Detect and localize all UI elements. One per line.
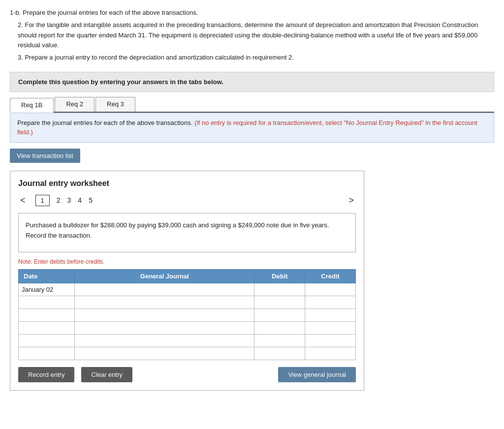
date-cell-4 — [19, 334, 75, 347]
nav-page-5[interactable]: 5 — [89, 196, 93, 204]
nav-row: < 1 2 3 4 5 > — [18, 195, 356, 206]
gj-cell-4[interactable] — [75, 334, 254, 347]
credit-input-5[interactable] — [308, 350, 352, 357]
col-header-gj: General Journal — [75, 269, 254, 283]
tabs-container: Req 1B Req 2 Req 3 — [10, 97, 494, 113]
transaction-desc: Purchased a bulldozer for $288,000 by pa… — [18, 213, 356, 252]
table-row — [19, 296, 356, 308]
journal-worksheet: Journal entry worksheet < 1 2 3 4 5 > Pu… — [10, 171, 364, 391]
gj-cell-1[interactable] — [75, 296, 254, 308]
credit-cell-5[interactable] — [305, 347, 356, 360]
nav-page-2[interactable]: 2 — [57, 196, 61, 204]
table-row — [19, 347, 356, 360]
debit-cell-1[interactable] — [254, 296, 305, 308]
credit-cell-0[interactable] — [305, 283, 356, 296]
date-cell-3 — [19, 321, 75, 334]
prev-button[interactable]: < — [18, 195, 28, 206]
table-row: January 02 — [19, 283, 356, 296]
gj-cell-5[interactable] — [75, 347, 254, 360]
nav-page-3[interactable]: 3 — [67, 196, 71, 204]
tab-req1b[interactable]: Req 1B — [10, 98, 54, 113]
debit-cell-3[interactable] — [254, 321, 305, 334]
debit-cell-4[interactable] — [254, 334, 305, 347]
credit-input-0[interactable] — [308, 286, 352, 293]
worksheet-title: Journal entry worksheet — [18, 179, 356, 188]
nav-pages: 1 2 3 4 5 — [35, 195, 93, 206]
gj-cell-2[interactable] — [75, 308, 254, 321]
credit-input-1[interactable] — [308, 299, 352, 306]
credit-cell-2[interactable] — [305, 308, 356, 321]
debit-input-4[interactable] — [257, 337, 302, 344]
date-cell-0: January 02 — [19, 283, 75, 296]
instruction-main: Prepare the journal entries for each of … — [17, 119, 192, 126]
debit-input-0[interactable] — [257, 286, 302, 293]
date-cell-1 — [19, 296, 75, 308]
table-row — [19, 334, 356, 347]
debit-cell-0[interactable] — [254, 283, 305, 296]
gj-input-1[interactable] — [78, 299, 251, 306]
credit-input-2[interactable] — [308, 311, 352, 319]
credit-cell-4[interactable] — [305, 334, 356, 347]
gj-input-3[interactable] — [78, 324, 251, 332]
debit-cell-2[interactable] — [254, 308, 305, 321]
table-row — [19, 308, 356, 321]
instruction-line2: 2. For the tangible and intangible asset… — [10, 20, 494, 51]
note-text: Note: Enter debits before credits. — [18, 258, 356, 265]
gj-cell-3[interactable] — [75, 321, 254, 334]
debit-input-5[interactable] — [257, 350, 302, 357]
journal-table: Date General Journal Debit Credit Januar… — [18, 269, 356, 360]
gj-input-4[interactable] — [78, 337, 251, 344]
instruction-box: Prepare the journal entries for each of … — [10, 113, 494, 143]
credit-input-3[interactable] — [308, 324, 352, 332]
next-button[interactable]: > — [346, 195, 356, 206]
debit-cell-5[interactable] — [254, 347, 305, 360]
gj-input-5[interactable] — [78, 350, 251, 357]
view-general-journal-button[interactable]: View general journal — [278, 367, 356, 382]
credit-cell-1[interactable] — [305, 296, 356, 308]
col-header-debit: Debit — [254, 269, 305, 283]
gj-input-2[interactable] — [78, 311, 251, 319]
record-entry-button[interactable]: Record entry — [18, 367, 74, 382]
gj-cell-0[interactable] — [75, 283, 254, 296]
banner-text: Complete this question by entering your … — [18, 78, 223, 86]
date-cell-2 — [19, 308, 75, 321]
instructions: 1-b. Prepare the journal entries for eac… — [10, 8, 494, 63]
tab-req2[interactable]: Req 2 — [55, 97, 94, 112]
table-row — [19, 321, 356, 334]
tab-req3[interactable]: Req 3 — [95, 97, 135, 112]
credit-input-4[interactable] — [308, 337, 352, 344]
date-cell-5 — [19, 347, 75, 360]
view-transaction-button[interactable]: View transaction list — [10, 149, 80, 163]
credit-cell-3[interactable] — [305, 321, 356, 334]
instruction-line3: 3. Prepare a journal entry to record the… — [10, 53, 494, 63]
debit-input-3[interactable] — [257, 324, 302, 332]
gj-input-0[interactable] — [78, 286, 251, 293]
nav-page-1[interactable]: 1 — [35, 195, 50, 206]
instruction-line1: 1-b. Prepare the journal entries for eac… — [10, 8, 494, 18]
nav-page-4[interactable]: 4 — [78, 196, 82, 204]
question-banner: Complete this question by entering your … — [10, 72, 494, 92]
col-header-credit: Credit — [305, 269, 356, 283]
clear-entry-button[interactable]: Clear entry — [81, 367, 132, 382]
col-header-date: Date — [19, 269, 75, 283]
debit-input-2[interactable] — [257, 311, 302, 319]
bottom-buttons: Record entry Clear entry View general jo… — [18, 367, 356, 382]
debit-input-1[interactable] — [257, 299, 302, 306]
